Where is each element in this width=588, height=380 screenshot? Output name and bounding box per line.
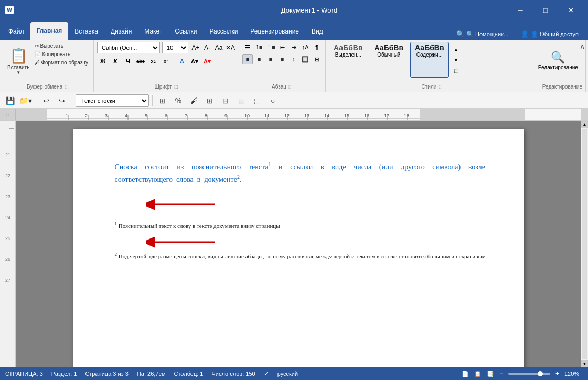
red-arrow-1 <box>146 199 220 210</box>
para-row2: ≡ ≡ ≡ ≡ ↕ 🔲 ⊞ <box>242 54 322 64</box>
styles-scroll-down[interactable]: ▼ <box>451 55 462 65</box>
clipboard-expand-icon[interactable]: ⬚ <box>65 84 69 89</box>
style-item-content[interactable]: АаБбВв Содержи... <box>410 42 449 78</box>
scroll-up-button[interactable]: ▲ <box>581 121 589 128</box>
view-print-button[interactable]: 📄 <box>462 371 469 377</box>
font-family-select[interactable]: Calibri (Осн... <box>97 42 160 53</box>
copy-button[interactable]: 📄 Копировать <box>33 50 90 58</box>
line-spacing-button[interactable]: ↕ <box>288 54 299 64</box>
zoom-level[interactable]: 120% <box>564 371 583 377</box>
tab-references[interactable]: Ссылки <box>168 23 203 40</box>
toolbar-btn8[interactable]: ○ <box>266 94 280 107</box>
tab-design[interactable]: Дизайн <box>104 23 138 40</box>
editing-search-button[interactable]: 🔍 Редактирование <box>542 42 574 79</box>
tab-insert[interactable]: Вставка <box>68 23 104 40</box>
bold-button[interactable]: Ж <box>97 56 109 67</box>
align-center-button[interactable]: ≡ <box>254 54 264 64</box>
styles-expand-icon[interactable]: ⬚ <box>439 84 443 89</box>
scroll-thumb[interactable] <box>582 129 587 359</box>
styles-scroll-up[interactable]: ▲ <box>451 44 462 55</box>
ribbon-group-font: Calibri (Осн... 10 A+ A- Aa ✕A Ж К Ч abc… <box>94 40 239 92</box>
highlight-button[interactable]: A▾ <box>189 56 200 67</box>
toolbar-btn2[interactable]: % <box>172 94 185 107</box>
menu-bar: Файл Главная Вставка Дизайн Макет Ссылки… <box>0 20 588 40</box>
quick-open-button[interactable]: 📁▾ <box>19 94 33 107</box>
bullets-button[interactable]: ☰ <box>242 42 253 52</box>
toolbar-btn3[interactable]: 🖌 <box>187 94 201 107</box>
styles-more[interactable]: ⬚ <box>451 65 462 75</box>
ribbon-collapse-button[interactable]: ∧ <box>580 42 585 50</box>
font-case-button[interactable]: Aa <box>213 42 224 53</box>
view-web-button[interactable]: 📋 <box>474 371 482 377</box>
paragraph-expand-icon[interactable]: ⬚ <box>288 84 293 89</box>
quick-redo-button[interactable]: ↪ <box>55 94 69 107</box>
show-marks-button[interactable]: ¶ <box>312 42 322 52</box>
scroll-down-button[interactable]: ▼ <box>581 360 589 367</box>
font-increase-button[interactable]: A+ <box>190 42 201 53</box>
svg-text:4: 4 <box>125 113 127 118</box>
italic-button[interactable]: К <box>110 56 121 67</box>
font-expand-icon[interactable]: ⬚ <box>174 84 178 89</box>
styles-list: АаБбВв Выделен... АаБбВв Обычный АаБбВв … <box>329 42 536 78</box>
ruler-content: 1 2 3 4 5 6 7 8 9 10 11 12 13 14 15 16 1… <box>16 109 581 120</box>
sort-button[interactable]: ↕A <box>300 42 311 52</box>
close-button[interactable]: ✕ <box>559 2 583 18</box>
format-painter-button[interactable]: 🖌 Формат по образцу <box>33 59 90 67</box>
tab-file[interactable]: Файл <box>2 23 30 40</box>
font-size-select[interactable]: 10 <box>162 42 188 53</box>
style-item-normal[interactable]: АаБбВв Обычный <box>370 42 409 78</box>
text-effects-button[interactable]: A <box>176 56 188 67</box>
quick-save-button[interactable]: 💾 <box>3 94 17 107</box>
assistant-button[interactable]: 🔍 🔍 Помощник... <box>452 28 512 40</box>
format-buttons: Ж К Ч abc x₂ x² A A▾ A▾ <box>97 56 213 67</box>
cut-button[interactable]: ✂ Вырезать <box>33 42 90 50</box>
tab-layout[interactable]: Макет <box>138 23 168 40</box>
quick-undo-button[interactable]: ↩ <box>39 94 53 107</box>
zoom-slider[interactable] <box>508 373 550 375</box>
scrollbar-vertical[interactable]: ▲ ▼ <box>581 121 588 367</box>
subscript-button[interactable]: x₂ <box>147 56 159 67</box>
zoom-minus-icon[interactable]: − <box>499 370 503 377</box>
strikethrough-button[interactable]: abc <box>135 56 146 67</box>
svg-text:16: 16 <box>364 113 369 118</box>
multilevel-button[interactable]: ⋮≡ <box>265 42 276 52</box>
footnote-style-dropdown[interactable]: Текст сноски <box>76 94 149 107</box>
toolbar-btn4[interactable]: ⊞ <box>203 94 217 107</box>
tab-home[interactable]: Главная <box>30 22 69 40</box>
paste-button[interactable]: 📋 Вставить ▼ <box>5 42 31 80</box>
font-color-button[interactable]: A▾ <box>201 56 213 67</box>
margin-numbers: 21 22 23 24 25 26 27 <box>0 152 15 283</box>
view-outline-button[interactable]: 📑 <box>487 371 494 377</box>
font-decrease-button[interactable]: A- <box>202 42 212 53</box>
zoom-plus-icon[interactable]: + <box>555 370 559 377</box>
font-content: Calibri (Осн... 10 A+ A- Aa ✕A Ж К Ч abc… <box>97 42 236 83</box>
svg-text:8: 8 <box>205 113 207 118</box>
numbering-button[interactable]: 1≡ <box>254 42 264 52</box>
editing-search-icon: 🔍 <box>551 51 565 64</box>
assistant-label: 🔍 Помощник... <box>466 31 508 38</box>
minimize-button[interactable]: ─ <box>508 2 532 18</box>
margin-num-22: 22 <box>0 173 10 178</box>
tab-view[interactable]: Вид <box>305 23 329 40</box>
toolbar-btn7[interactable]: ⬚ <box>250 94 264 107</box>
toolbar-btn6[interactable]: ▦ <box>234 94 248 107</box>
style-item-highlighted[interactable]: АаБбВв Выделен... <box>329 42 368 78</box>
align-left-button[interactable]: ≡ <box>242 54 253 64</box>
toolbar-btn1[interactable]: ⊞ <box>156 94 169 107</box>
shading-button[interactable]: 🔲 <box>300 54 311 64</box>
tab-review[interactable]: Рецензирование <box>244 23 305 40</box>
superscript-button[interactable]: x² <box>160 56 172 67</box>
style-preview-content: АаБбВв <box>415 44 444 52</box>
underline-button[interactable]: Ч <box>122 56 134 67</box>
toolbar-btn5[interactable]: ⊟ <box>219 94 232 107</box>
clear-format-button[interactable]: ✕A <box>225 42 236 53</box>
increase-indent-button[interactable]: ⇥ <box>288 42 299 52</box>
decrease-indent-button[interactable]: ⇤ <box>277 42 287 52</box>
maximize-button[interactable]: □ <box>533 2 558 18</box>
justify-button[interactable]: ≡ <box>277 54 287 64</box>
share-button[interactable]: 👤 👤 Общий доступ <box>517 28 583 40</box>
tab-mailings[interactable]: Рассылки <box>204 23 244 40</box>
align-right-button[interactable]: ≡ <box>265 54 276 64</box>
svg-text:12: 12 <box>284 113 290 118</box>
borders-button[interactable]: ⊞ <box>312 54 322 64</box>
